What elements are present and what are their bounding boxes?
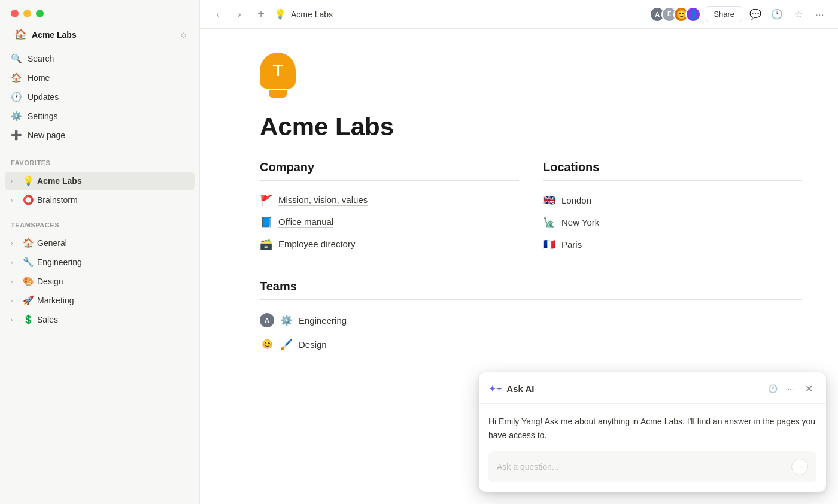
- brainstorm-icon: ⭕: [23, 195, 34, 205]
- ask-ai-sparkle-icon: ✦+: [488, 383, 502, 394]
- updates-icon: 🕐: [11, 92, 22, 102]
- sidebar-item-home[interactable]: 🏠 Home: [5, 68, 195, 87]
- main-content: ‹ › + 💡 Acme Labs A E 😊 👤 Share 💬 🕐 ☆ ··…: [200, 0, 838, 504]
- sidebar-settings-label: Settings: [28, 111, 58, 121]
- sidebar-item-search[interactable]: 🔍 Search: [5, 49, 195, 68]
- teamspaces-section-header: Teamspaces: [0, 210, 199, 233]
- topbar: ‹ › + 💡 Acme Labs A E 😊 👤 Share 💬 🕐 ☆ ··…: [200, 0, 838, 29]
- mission-item[interactable]: 🚩 Mission, vision, values: [260, 189, 519, 211]
- ask-ai-title: Ask AI: [506, 384, 760, 394]
- favorite-button[interactable]: ☆: [790, 6, 807, 23]
- sidebar-item-acme-labs[interactable]: › 💡 Acme Labs: [5, 172, 195, 190]
- ask-ai-more-button[interactable]: ···: [783, 381, 798, 396]
- page-bulb-icon: T: [260, 53, 296, 101]
- new-york-item[interactable]: 🗽 New York: [543, 211, 802, 233]
- sidebar-design-label: Design: [37, 277, 189, 286]
- bulb-base: [269, 90, 287, 98]
- ask-ai-history-button[interactable]: 🕐: [765, 381, 781, 396]
- engineering-avatar: A: [260, 313, 274, 327]
- employee-directory-item[interactable]: 🗃️ Employee directory: [260, 233, 519, 256]
- history-button[interactable]: 🕐: [769, 6, 785, 23]
- locations-heading: Locations: [543, 160, 802, 181]
- engineering-team-item[interactable]: A ⚙️ Engineering: [260, 308, 802, 332]
- avatar-group: A E 😊 👤: [649, 7, 701, 22]
- office-manual-item[interactable]: 📘 Office manual: [260, 211, 519, 233]
- ask-ai-input[interactable]: [497, 462, 787, 472]
- page-title: Acme Labs: [260, 113, 802, 141]
- london-icon: 🇬🇧: [543, 194, 555, 207]
- engineering-team-label: Engineering: [299, 315, 347, 326]
- add-page-icon: ➕: [11, 130, 22, 141]
- traffic-lights: [0, 0, 199, 25]
- ask-ai-panel: ✦+ Ask AI 🕐 ··· ✕ Hi Emily Yang! Ask me …: [479, 372, 826, 492]
- employee-directory-label: Employee directory: [278, 239, 355, 250]
- minimize-traffic-light[interactable]: [23, 10, 31, 17]
- design-icon: 🎨: [23, 276, 34, 287]
- workspace-switcher[interactable]: 🏠 Acme Labs ◇: [5, 25, 195, 44]
- comment-button[interactable]: 💬: [747, 6, 764, 23]
- company-section: Company 🚩 Mission, vision, values 📘 Offi…: [260, 160, 519, 256]
- search-icon: 🔍: [11, 53, 22, 64]
- ask-ai-body: Hi Emily Yang! Ask me about anything in …: [479, 404, 826, 492]
- back-button[interactable]: ‹: [210, 6, 226, 23]
- design-team-label: Design: [299, 339, 327, 350]
- teams-grid: A ⚙️ Engineering 😊 🖌️ Design: [260, 308, 802, 356]
- engineering-icon: 🔧: [23, 257, 34, 268]
- sidebar-item-general[interactable]: › 🏠 General: [5, 234, 195, 252]
- office-manual-label: Office manual: [278, 217, 333, 228]
- forward-button[interactable]: ›: [231, 6, 248, 23]
- close-traffic-light[interactable]: [11, 10, 19, 17]
- sidebar-item-settings[interactable]: ⚙️ Settings: [5, 107, 195, 126]
- sidebar-sales-label: Sales: [37, 315, 189, 324]
- sidebar-updates-label: Updates: [28, 92, 59, 102]
- ask-ai-submit-button[interactable]: →: [791, 459, 808, 475]
- maximize-traffic-light[interactable]: [36, 10, 44, 17]
- design-team-item[interactable]: 😊 🖌️ Design: [260, 332, 802, 356]
- page-icon-topbar: 💡: [274, 8, 286, 20]
- london-label: London: [561, 195, 591, 205]
- design-team-icon: 🖌️: [280, 338, 293, 351]
- marketing-chevron-icon: ›: [11, 297, 19, 304]
- sidebar-item-new-page[interactable]: ➕ New page: [5, 126, 195, 145]
- new-york-icon: 🗽: [543, 216, 555, 229]
- general-chevron-icon: ›: [11, 240, 19, 247]
- office-manual-icon: 📘: [260, 216, 272, 229]
- sidebar-brainstorm-label: Brainstorm: [37, 195, 189, 205]
- design-avatar: 😊: [260, 337, 274, 351]
- company-heading: Company: [260, 160, 519, 181]
- mission-icon: 🚩: [260, 194, 272, 207]
- favorites-label: Favorites: [11, 159, 50, 166]
- paris-icon: 🇫🇷: [543, 238, 555, 251]
- ask-ai-header: ✦+ Ask AI 🕐 ··· ✕: [479, 372, 826, 404]
- sidebar-nav: 🔍 Search 🏠 Home 🕐 Updates ⚙️ Settings ➕ …: [0, 47, 199, 147]
- teams-section: Teams A ⚙️ Engineering 😊 🖌️ Design: [260, 280, 802, 356]
- sidebar: 🏠 Acme Labs ◇ 🔍 Search 🏠 Home 🕐 Updates …: [0, 0, 200, 504]
- sidebar-item-updates[interactable]: 🕐 Updates: [5, 87, 195, 107]
- ask-ai-close-button[interactable]: ✕: [801, 381, 816, 396]
- add-button[interactable]: +: [253, 6, 269, 23]
- paris-label: Paris: [561, 239, 582, 250]
- sidebar-item-marketing[interactable]: › 🚀 Marketing: [5, 292, 195, 309]
- employee-directory-icon: 🗃️: [260, 238, 272, 251]
- sidebar-home-label: Home: [28, 73, 50, 83]
- sidebar-item-engineering[interactable]: › 🔧 Engineering: [5, 253, 195, 271]
- share-button[interactable]: Share: [706, 6, 742, 22]
- paris-item[interactable]: 🇫🇷 Paris: [543, 233, 802, 256]
- sidebar-acme-labs-label: Acme Labs: [37, 176, 189, 186]
- sidebar-item-sales[interactable]: › 💲 Sales: [5, 311, 195, 329]
- teamspaces-label: Teamspaces: [11, 221, 59, 229]
- home-icon: 🏠: [11, 72, 22, 83]
- more-button[interactable]: ···: [812, 6, 828, 23]
- london-item[interactable]: 🇬🇧 London: [543, 189, 802, 211]
- sidebar-item-design[interactable]: › 🎨 Design: [5, 272, 195, 290]
- sidebar-item-brainstorm[interactable]: › ⭕ Brainstorm: [5, 191, 195, 209]
- acme-labs-chevron-icon: ›: [11, 178, 19, 184]
- general-icon: 🏠: [23, 238, 34, 248]
- ask-ai-message: Hi Emily Yang! Ask me about anything in …: [488, 415, 816, 442]
- sidebar-engineering-label: Engineering: [37, 257, 189, 267]
- sidebar-general-label: General: [37, 238, 189, 248]
- content-grid: Company 🚩 Mission, vision, values 📘 Offi…: [260, 160, 802, 256]
- mission-label: Mission, vision, values: [278, 195, 368, 206]
- engineering-chevron-icon: ›: [11, 259, 19, 266]
- bulb-head: T: [260, 53, 296, 89]
